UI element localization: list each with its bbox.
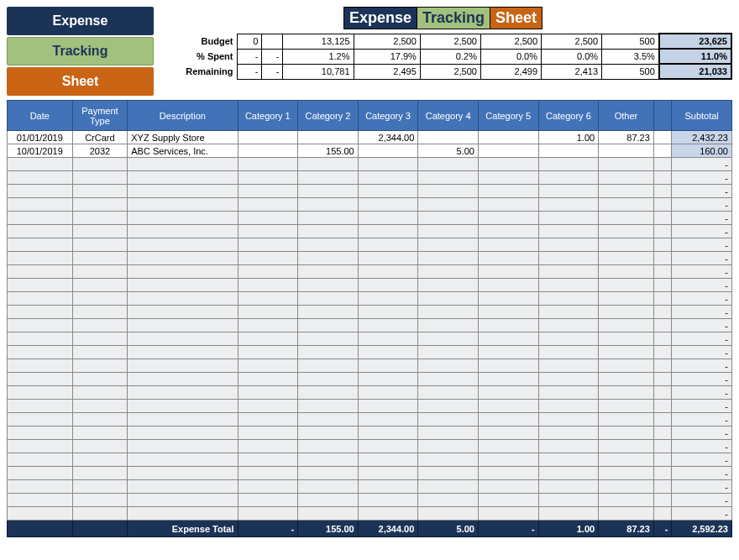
cell-category-1[interactable] (238, 507, 298, 521)
cell-description[interactable] (128, 413, 238, 427)
cell-other[interactable] (599, 386, 654, 400)
cell-other[interactable] (599, 265, 654, 279)
cell-category-4[interactable] (418, 292, 479, 306)
cell-other[interactable] (599, 359, 654, 373)
cell-payment-type[interactable] (72, 332, 128, 346)
cell-category-4[interactable] (418, 198, 479, 212)
cell-other[interactable] (599, 198, 654, 212)
cell-category-6[interactable] (538, 359, 599, 373)
cell-other[interactable] (599, 171, 654, 185)
cell-description[interactable] (128, 400, 238, 413)
cell-payment-type[interactable] (72, 292, 128, 306)
cell-category-1[interactable] (238, 185, 298, 198)
cell-category-3[interactable] (358, 359, 418, 373)
cell-category-3[interactable] (358, 238, 418, 252)
cell-category-3[interactable] (358, 292, 418, 306)
cell-payment-type[interactable] (72, 400, 128, 413)
cell-date[interactable]: 10/01/2019 (8, 144, 73, 158)
cell-category-3[interactable] (358, 185, 418, 198)
cell-category-3[interactable] (358, 427, 418, 440)
cell-payment-type[interactable] (72, 346, 128, 359)
cell-category-4[interactable] (418, 212, 479, 225)
cell-other[interactable] (599, 252, 654, 265)
cell-category-4[interactable] (418, 467, 479, 480)
cell-payment-type[interactable] (72, 171, 128, 185)
cell-category-3[interactable] (358, 158, 418, 171)
cell-other[interactable] (599, 319, 654, 332)
cell-category-2[interactable] (298, 440, 359, 453)
cell-category-5[interactable] (478, 144, 538, 158)
cell-category-4[interactable] (418, 252, 479, 265)
cell-description[interactable] (128, 252, 238, 265)
cell-category-1[interactable] (238, 238, 298, 252)
cell-description[interactable] (128, 306, 238, 319)
cell-category-5[interactable] (478, 332, 538, 346)
cell-date[interactable] (8, 185, 73, 198)
cell-category-2[interactable] (298, 332, 359, 346)
cell-category-3[interactable] (358, 198, 418, 212)
cell-other[interactable] (599, 453, 654, 467)
cell-category-6[interactable]: 1.00 (538, 131, 599, 144)
cell-description[interactable] (128, 453, 238, 467)
cell-category-3[interactable] (358, 480, 418, 494)
cell-other[interactable] (599, 212, 654, 225)
cell-date[interactable] (8, 265, 73, 279)
cell-date[interactable] (8, 440, 73, 453)
cell-category-2[interactable] (298, 427, 359, 440)
cell-category-6[interactable] (538, 158, 599, 171)
cell-category-2[interactable] (298, 480, 359, 494)
cell-other[interactable] (599, 373, 654, 386)
cell-category-2[interactable] (298, 306, 359, 319)
cell-other[interactable] (599, 238, 654, 252)
cell-category-4[interactable]: 5.00 (418, 144, 479, 158)
cell-category-3[interactable] (358, 346, 418, 359)
cell-description[interactable] (128, 427, 238, 440)
cell-category-3[interactable] (358, 225, 418, 238)
cell-category-2[interactable] (298, 319, 359, 332)
cell-description[interactable] (128, 386, 238, 400)
cell-category-4[interactable] (418, 171, 479, 185)
cell-category-6[interactable] (538, 346, 599, 359)
cell-category-3[interactable] (358, 144, 418, 158)
cell-category-1[interactable] (238, 467, 298, 480)
cell-category-6[interactable] (538, 480, 599, 494)
cell-other[interactable] (599, 332, 654, 346)
cell-category-4[interactable] (418, 185, 479, 198)
cell-category-4[interactable] (418, 494, 479, 507)
cell-payment-type[interactable] (72, 413, 128, 427)
cell-category-4[interactable] (418, 440, 479, 453)
cell-category-4[interactable] (418, 507, 479, 521)
cell-category-2[interactable] (298, 507, 359, 521)
cell-category-1[interactable] (238, 265, 298, 279)
cell-description[interactable] (128, 198, 238, 212)
cell-category-5[interactable] (478, 131, 538, 144)
cell-category-4[interactable] (418, 238, 479, 252)
cell-category-3[interactable] (358, 400, 418, 413)
cell-date[interactable] (8, 238, 73, 252)
cell-date[interactable] (8, 453, 73, 467)
cell-category-2[interactable] (298, 212, 359, 225)
cell-category-2[interactable] (298, 292, 359, 306)
cell-category-5[interactable] (478, 400, 538, 413)
cell-category-1[interactable] (238, 332, 298, 346)
cell-category-3[interactable] (358, 319, 418, 332)
cell-other[interactable] (599, 507, 654, 521)
cell-category-3[interactable]: 2,344.00 (358, 131, 418, 144)
cell-payment-type[interactable] (72, 373, 128, 386)
cell-category-5[interactable] (478, 265, 538, 279)
cell-category-1[interactable] (238, 346, 298, 359)
cell-category-1[interactable] (238, 306, 298, 319)
cell-description[interactable] (128, 238, 238, 252)
cell-date[interactable]: 01/01/2019 (8, 131, 73, 144)
cell-category-6[interactable] (538, 400, 599, 413)
cell-category-5[interactable] (478, 440, 538, 453)
cell-payment-type[interactable] (72, 494, 128, 507)
cell-category-5[interactable] (478, 225, 538, 238)
cell-category-5[interactable] (478, 413, 538, 427)
cell-payment-type[interactable] (72, 185, 128, 198)
cell-date[interactable] (8, 171, 73, 185)
cell-category-5[interactable] (478, 427, 538, 440)
cell-category-3[interactable] (358, 252, 418, 265)
cell-category-2[interactable] (298, 198, 359, 212)
cell-category-6[interactable] (538, 212, 599, 225)
